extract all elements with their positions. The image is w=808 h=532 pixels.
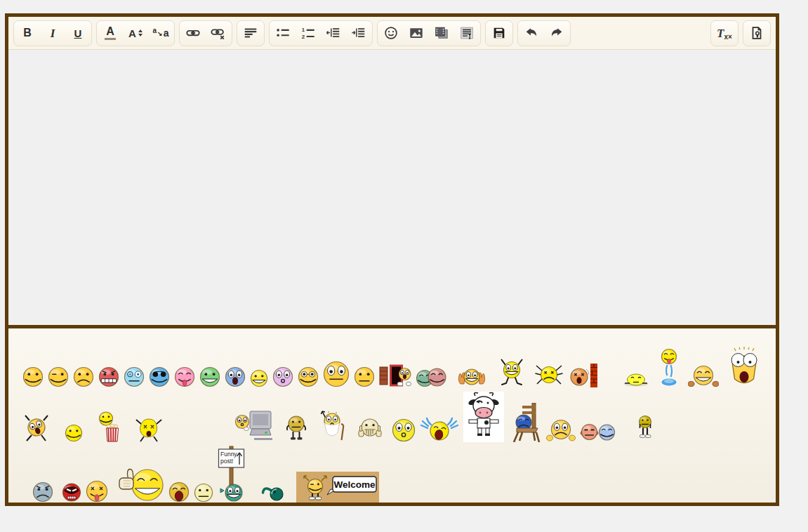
- underline-button[interactable]: U: [65, 22, 91, 45]
- align-left-icon: [243, 25, 258, 41]
- door-slam-emoticon[interactable]: [379, 364, 411, 387]
- alignment-group: [237, 20, 265, 46]
- grumpy-emoticon[interactable]: [32, 481, 53, 503]
- page-tools-icon: [749, 25, 764, 41]
- remove-format-button[interactable]: Tx×: [712, 22, 737, 45]
- editor-content-area[interactable]: [8, 50, 776, 325]
- image-icon: [409, 25, 424, 41]
- decrease-indent-button[interactable]: [321, 22, 346, 45]
- emoticon-row-1: [22, 347, 770, 387]
- emoticon-panel: Funnypost!Welcome: [8, 328, 776, 503]
- numbered-list-button[interactable]: 12: [296, 22, 321, 45]
- sad-emoticon[interactable]: [73, 366, 94, 387]
- computer-user-emoticon[interactable]: [234, 407, 274, 442]
- hug-emoticon[interactable]: [416, 365, 446, 387]
- flat-emoticon[interactable]: [622, 369, 650, 387]
- outdent-icon: [326, 25, 341, 41]
- eek-emoticon[interactable]: [225, 366, 246, 387]
- redo-button[interactable]: [544, 22, 569, 45]
- shrug-emoticon[interactable]: [285, 414, 307, 442]
- soldier-emoticon[interactable]: [637, 414, 653, 442]
- popcorn-emoticon[interactable]: [97, 411, 121, 442]
- bold-glyph: B: [23, 27, 32, 39]
- svg-text:post!: post!: [220, 458, 233, 465]
- big-grin-emoticon[interactable]: [250, 369, 268, 387]
- geek-emoticon[interactable]: [298, 366, 319, 387]
- text-block-icon: [459, 25, 475, 41]
- welcome-banner-emoticon[interactable]: Welcome: [296, 472, 379, 503]
- svg-text:1: 1: [302, 27, 305, 33]
- speechless-emoticon[interactable]: [194, 483, 213, 503]
- insert-emoticon-button[interactable]: [378, 22, 404, 45]
- insert-link-button[interactable]: [180, 22, 206, 45]
- change-case-button[interactable]: a↘a: [148, 22, 173, 45]
- undo-button[interactable]: [519, 22, 544, 45]
- omg-emoticon[interactable]: [726, 347, 762, 387]
- font-size-button[interactable]: A: [123, 22, 148, 45]
- insert-group: [377, 20, 481, 46]
- old-man-emoticon[interactable]: [317, 410, 347, 442]
- falling-emoticon[interactable]: [22, 414, 51, 442]
- insert-image-button[interactable]: [404, 22, 429, 45]
- razz-emoticon[interactable]: [174, 366, 195, 387]
- dead-tongue-emoticon[interactable]: [86, 480, 108, 503]
- mad-emoticon[interactable]: [98, 366, 119, 387]
- wide-eyed-emoticon[interactable]: [323, 361, 350, 387]
- cool-emoticon[interactable]: [149, 366, 170, 387]
- scatterbrain-emoticon[interactable]: [535, 362, 563, 387]
- big-thumbs-up-emoticon[interactable]: [118, 466, 164, 503]
- funny-post-sign-emoticon[interactable]: Funnypost!: [218, 445, 250, 503]
- rich-text-editor: BIUAAa↘a12Tx× Funnypost!Welcome: [5, 13, 779, 506]
- bulleted-list-button[interactable]: [270, 22, 296, 45]
- dizzy-emoticon[interactable]: [124, 366, 145, 387]
- fingers-crossed-emoticon[interactable]: [456, 366, 487, 387]
- save-icon: [491, 25, 507, 41]
- italic-glyph: I: [51, 27, 55, 39]
- happy-dance-emoticon[interactable]: [500, 357, 524, 387]
- naughty-chair-emoticon[interactable]: [508, 403, 542, 442]
- text-color-glyph: A: [105, 26, 116, 40]
- remove-link-button[interactable]: [206, 22, 231, 45]
- whip-emoticon[interactable]: [261, 484, 285, 503]
- unsure-emoticon[interactable]: [354, 366, 375, 387]
- svg-text:2: 2: [302, 34, 305, 40]
- bold-button[interactable]: B: [15, 22, 40, 45]
- increase-indent-button[interactable]: [346, 22, 371, 45]
- whistle-emoticon[interactable]: [392, 418, 416, 442]
- align-button[interactable]: [238, 22, 263, 45]
- head-wall-emoticon[interactable]: [567, 364, 598, 387]
- cow-emoticon[interactable]: [463, 392, 504, 442]
- masked-mad-emoticon[interactable]: [62, 481, 81, 503]
- freak-out-emoticon[interactable]: [135, 414, 163, 442]
- text-style-group: BIU: [13, 20, 92, 46]
- thumbs-up-knight-emoticon[interactable]: [358, 415, 382, 442]
- save-button[interactable]: [486, 22, 512, 45]
- change-case-glyph: a↘a: [153, 28, 169, 38]
- indent-icon: [351, 25, 366, 41]
- lists-indent-group: 12: [269, 20, 373, 46]
- italic-button[interactable]: I: [40, 22, 65, 45]
- grin-emoticon[interactable]: [199, 366, 220, 387]
- text-color-button[interactable]: A: [98, 22, 123, 45]
- link-icon: [185, 25, 201, 41]
- wink-emoticon[interactable]: [48, 366, 69, 387]
- drool-emoticon[interactable]: [658, 348, 680, 387]
- svg-text:Welcome: Welcome: [333, 479, 376, 490]
- numbered-list-icon: 12: [300, 25, 316, 41]
- bulleted-list-icon: [275, 25, 291, 41]
- blush-emoticon[interactable]: [272, 366, 293, 387]
- history-group: [517, 20, 571, 46]
- scared-emoticon[interactable]: [546, 418, 576, 442]
- emoticon-row-3: Funnypost!Welcome: [22, 445, 770, 503]
- link-group: [179, 20, 232, 46]
- yawn-emoticon[interactable]: [168, 481, 190, 503]
- insert-text-block-button[interactable]: [454, 22, 479, 45]
- smiley-icon: [383, 25, 399, 41]
- insert-media-button[interactable]: [429, 22, 454, 45]
- happy-emoticon[interactable]: [65, 424, 83, 442]
- lol-hands-emoticon[interactable]: [688, 364, 719, 387]
- rofl-emoticon[interactable]: [420, 415, 459, 442]
- odd-couple-emoticon[interactable]: [580, 421, 616, 442]
- smile-emoticon[interactable]: [22, 366, 44, 387]
- page-tools-button[interactable]: [744, 22, 769, 45]
